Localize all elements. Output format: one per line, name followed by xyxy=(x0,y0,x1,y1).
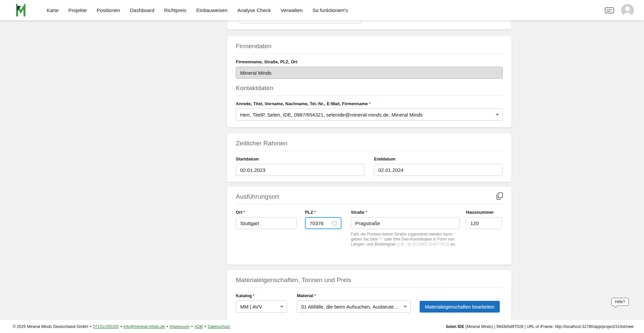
chevron-down-icon xyxy=(496,114,499,116)
mineral-minds-logo[interactable] xyxy=(15,4,29,17)
strasse-label-text: Straße xyxy=(351,210,364,215)
copy-icon[interactable] xyxy=(495,192,503,200)
zeitraum-title: Zeitlicher Rahmen xyxy=(236,139,503,147)
form-column: Firmendaten Firmenname, Straße, PLZ, Ort… xyxy=(227,0,512,332)
footer-link-phone[interactable]: 07151/250100 xyxy=(93,324,119,329)
hausnummer-value: 120 xyxy=(470,220,479,226)
material-title: Materialeigenschaften, Tonnen und Preis xyxy=(236,276,503,284)
card-firmendaten: Firmendaten Firmenname, Straße, PLZ, Ort… xyxy=(227,36,512,127)
startdatum-label: Startdatum xyxy=(236,156,365,162)
kontakt-label-text: Anrede, Titel, Vorname, Nachname, Tel.-N… xyxy=(236,101,368,106)
startdatum-input[interactable]: 02.01.2023 xyxy=(236,164,365,176)
strasse-helper-text: Falls die Position keiner Straße zugeord… xyxy=(351,232,460,247)
footer-separator: • xyxy=(167,324,168,329)
server-icon[interactable] xyxy=(604,6,614,14)
required-marker: * xyxy=(369,101,371,106)
kontakt-select[interactable]: Herr, TitelP, Selen, IDE, 0987/654321, s… xyxy=(236,109,503,121)
footer-link-impressum[interactable]: Impressum xyxy=(170,324,190,329)
ort-value: Stuttgart xyxy=(240,220,259,226)
required-marker: * xyxy=(314,293,316,298)
material-label-text: Material xyxy=(297,293,313,298)
hausnummer-input[interactable]: 120 xyxy=(466,217,502,229)
kontakt-label: Anrede, Titel, Vorname, Nachname, Tel.-N… xyxy=(236,101,503,107)
footer-left: © 2025 Mineral Minds Deutschland GmbH • … xyxy=(13,324,230,329)
loading-spinner-icon xyxy=(332,221,337,226)
helper-example: (z.B.: 48.8115607,9.4077422) xyxy=(396,242,449,247)
plz-input[interactable]: 70376 xyxy=(305,217,341,229)
footer-session-info: (Mineral Minds) | 9943b5d97028 | URL of … xyxy=(464,324,634,329)
ausfuehrungsort-title: Ausführungsort xyxy=(236,193,503,201)
enddatum-value: 02.01.2024 xyxy=(378,167,404,173)
katalog-label: Katalog* xyxy=(236,293,287,298)
divider xyxy=(236,287,503,288)
strasse-value: Pragstraße xyxy=(355,220,380,226)
footer-separator: • xyxy=(191,324,193,329)
strasse-input[interactable]: Pragstraße xyxy=(351,217,460,229)
footer-link-datenschutz[interactable]: Datenschutz xyxy=(208,324,230,329)
ort-label-text: Ort xyxy=(236,210,243,215)
chevron-down-icon xyxy=(404,306,407,308)
footer-session-name: Selen IDE xyxy=(446,324,464,329)
enddatum-input[interactable]: 02.01.2024 xyxy=(374,164,503,176)
card-zeitlicher-rahmen: Zeitlicher Rahmen Startdatum 02.01.2023 … xyxy=(227,133,512,182)
user-avatar[interactable] xyxy=(621,4,634,17)
divider xyxy=(236,95,503,96)
plz-label-text: PLZ xyxy=(305,210,313,215)
firmendaten-title: Firmendaten xyxy=(236,42,503,50)
materialeigenschaften-bearbeiten-button[interactable]: Materialeigenschaften bearbeiten xyxy=(420,301,500,313)
nav-item-verwalten[interactable]: Verwalten xyxy=(281,7,303,13)
ort-input[interactable]: Stuttgart xyxy=(236,217,297,229)
footer-separator: • xyxy=(120,324,122,329)
footer-separator: • xyxy=(205,324,206,329)
card-ausfuehrungsort: Ausführungsort Ort* Stuttgart PLZ* 70376 xyxy=(227,187,512,265)
nav-item-analyse-check[interactable]: Analyse Check xyxy=(237,7,271,13)
strasse-label: Straße* xyxy=(351,210,460,215)
required-marker: * xyxy=(314,210,316,215)
footer-link-email[interactable]: info@mineral-minds.de xyxy=(123,324,165,329)
divider xyxy=(236,151,503,151)
required-marker: * xyxy=(244,210,245,215)
footer-separator: • xyxy=(90,324,91,329)
nav-item-so-funktionierts[interactable]: So funktioniert's xyxy=(312,7,348,13)
plz-value: 70376 xyxy=(310,220,324,226)
footer-right: Selen IDE (Mineral Minds) | 9943b5d97028… xyxy=(446,324,634,329)
material-label: Material* xyxy=(297,293,411,298)
footer-copyright: © 2025 Mineral Minds Deutschland GmbH xyxy=(13,324,88,329)
required-marker: * xyxy=(365,210,367,215)
helper-end: an. xyxy=(449,242,456,247)
nav-item-positionen[interactable]: Positionen xyxy=(97,7,120,13)
nav-item-einbauweisen[interactable]: Einbauweisen xyxy=(196,7,227,13)
startdatum-value: 02.01.2023 xyxy=(240,167,265,173)
nav-item-projekte[interactable]: Projekte xyxy=(68,7,87,13)
divider xyxy=(236,204,503,204)
katalog-select[interactable]: MM | AVV xyxy=(236,301,287,313)
firmenname-value: Mineral Minds xyxy=(240,70,271,76)
top-nav: Karte Projekte Positionen Dashboard Rich… xyxy=(0,0,644,20)
enddatum-label: Enddatum xyxy=(374,156,503,162)
firmenname-label: Firmenname, Straße, PLZ, Ort xyxy=(236,59,503,65)
plz-label: PLZ* xyxy=(305,210,341,215)
required-marker: * xyxy=(253,293,255,298)
footer: © 2025 Mineral Minds Deutschland GmbH • … xyxy=(0,320,644,333)
help-tooltip[interactable]: Hilfe? xyxy=(611,298,629,306)
ort-label: Ort* xyxy=(236,210,297,215)
divider xyxy=(236,54,503,54)
footer-link-agb[interactable]: AGB xyxy=(194,324,203,329)
hausnummer-label: Hausnummer xyxy=(466,210,502,215)
material-select-value: 01 Abfälle, die beim Aufsuchen, Ausbeute… xyxy=(301,304,400,310)
kontaktdaten-title: Kontaktdaten xyxy=(236,84,503,92)
nav-item-karte[interactable]: Karte xyxy=(47,7,59,13)
kontakt-select-value: Herr, TitelP, Selen, IDE, 0987/654321, s… xyxy=(240,112,423,118)
main-menu: Karte Projekte Positionen Dashboard Rich… xyxy=(47,7,348,13)
material-select[interactable]: 01 Abfälle, die beim Aufsuchen, Ausbeute… xyxy=(297,301,411,313)
katalog-label-text: Katalog xyxy=(236,293,252,298)
nav-item-dashboard[interactable]: Dashboard xyxy=(130,7,154,13)
person-icon xyxy=(621,4,634,17)
nav-item-richtpreis[interactable]: Richtpreis xyxy=(164,7,186,13)
katalog-select-value: MM | AVV xyxy=(240,304,262,310)
chevron-down-icon xyxy=(280,306,283,308)
firmenname-input: Mineral Minds xyxy=(236,67,503,79)
